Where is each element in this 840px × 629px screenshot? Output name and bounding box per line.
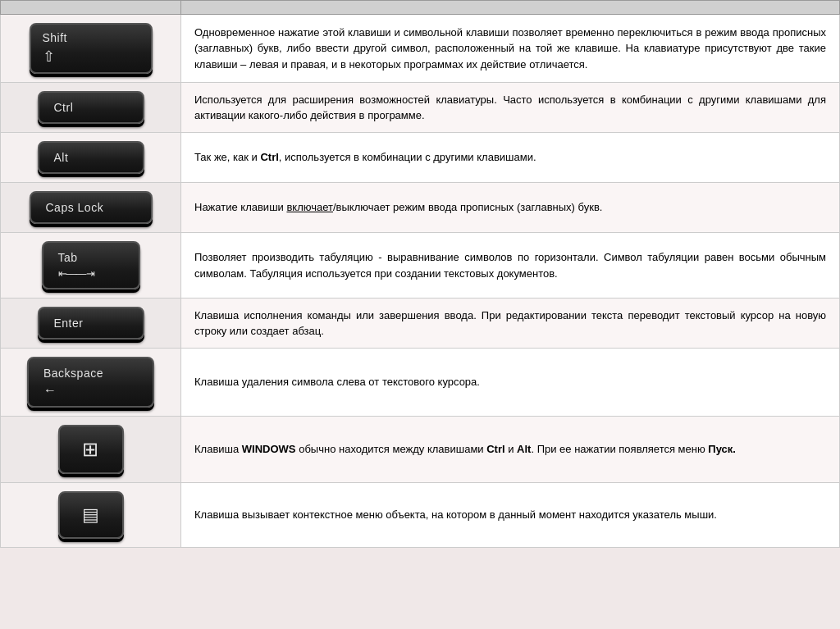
table-row: Caps LockНажатие клавиши включает/выключ… xyxy=(1,183,840,233)
table-row: ⊞Клавиша WINDOWS обычно находится между … xyxy=(1,417,840,483)
col-header-key xyxy=(1,1,181,15)
table-row: CtrlИспользуется для расширения возможно… xyxy=(1,83,840,133)
keyboard-table: Shift⇧Одновременное нажатие этой клавиши… xyxy=(0,0,840,548)
description-cell: Так же, как и Ctrl, используется в комби… xyxy=(181,133,840,183)
description-cell: Одновременное нажатие этой клавиши и сим… xyxy=(181,15,840,83)
table-row: Tab⇤——⇥Позволяет производить табуляцию -… xyxy=(1,233,840,299)
description-cell: Клавиша исполнения команды или завершени… xyxy=(181,299,840,349)
description-cell: Клавиша WINDOWS обычно находится между к… xyxy=(181,417,840,483)
key-cell: Backspace← xyxy=(1,349,181,417)
description-cell: Используется для расширения возможностей… xyxy=(181,83,840,133)
description-cell: Нажатие клавиши включает/выключает режим… xyxy=(181,183,840,233)
key-cell: Ctrl xyxy=(1,83,181,133)
key-cell: Enter xyxy=(1,299,181,349)
table-row: Backspace←Клавиша удаления символа слева… xyxy=(1,349,840,417)
description-cell: Клавиша вызывает контекстное меню объект… xyxy=(181,483,840,548)
description-cell: Позволяет производить табуляцию - выравн… xyxy=(181,233,840,299)
col-header-action xyxy=(181,1,840,15)
key-cell: Tab⇤——⇥ xyxy=(1,233,181,299)
key-cell: Caps Lock xyxy=(1,183,181,233)
key-cell: Shift⇧ xyxy=(1,15,181,83)
table-row: EnterКлавиша исполнения команды или заве… xyxy=(1,299,840,349)
table-row: ▤Клавиша вызывает контекстное меню объек… xyxy=(1,483,840,548)
table-row: Shift⇧Одновременное нажатие этой клавиши… xyxy=(1,15,840,83)
key-cell: ▤ xyxy=(1,483,181,548)
key-cell: Alt xyxy=(1,133,181,183)
key-cell: ⊞ xyxy=(1,417,181,483)
description-cell: Клавиша удаления символа слева от тексто… xyxy=(181,349,840,417)
table-row: AltТак же, как и Ctrl, используется в ко… xyxy=(1,133,840,183)
